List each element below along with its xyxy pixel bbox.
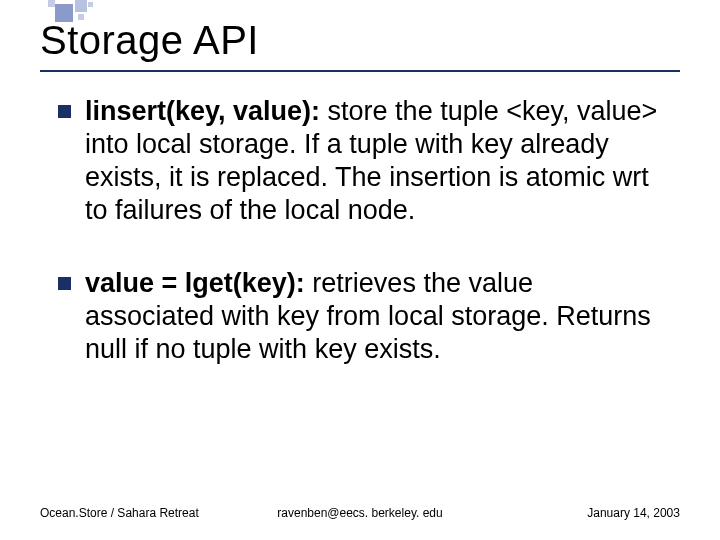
bullet-icon — [58, 277, 71, 290]
list-item-text: value = lget(key): retrieves the value a… — [85, 267, 668, 366]
footer-left: Ocean.Store / Sahara Retreat — [40, 506, 253, 520]
list-item-text: linsert(key, value): store the tuple <ke… — [85, 95, 668, 227]
list-item-lead: linsert(key, value): — [85, 96, 320, 126]
slide-title: Storage API — [40, 18, 259, 63]
bullet-icon — [58, 105, 71, 118]
list-item: value = lget(key): retrieves the value a… — [58, 267, 668, 366]
footer-center: ravenben@eecs. berkeley. edu — [253, 506, 466, 520]
list-item-lead: value = lget(key): — [85, 268, 305, 298]
list-item: linsert(key, value): store the tuple <ke… — [58, 95, 668, 227]
title-underline — [40, 70, 680, 72]
slide-body: linsert(key, value): store the tuple <ke… — [58, 95, 668, 406]
footer-right: January 14, 2003 — [467, 506, 680, 520]
slide-footer: Ocean.Store / Sahara Retreat ravenben@ee… — [40, 506, 680, 520]
